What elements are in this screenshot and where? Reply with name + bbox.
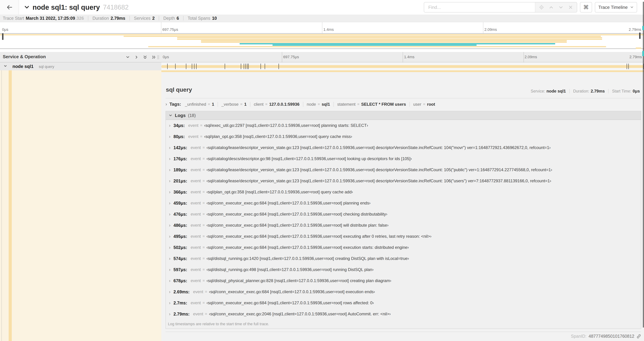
equals-sign: = (202, 223, 205, 227)
log-timestamp: 2.69ms: (174, 289, 190, 294)
column-resizer[interactable] (158, 55, 159, 59)
log-entry[interactable]: ›574μs:event=‹sql/distsql_running.go:142… (166, 253, 641, 264)
expand-one-icon[interactable] (133, 54, 140, 60)
log-entry[interactable]: ›459μs:event=‹sql/conn_executor_exec.go:… (166, 198, 641, 209)
focus-match-icon[interactable] (537, 3, 546, 12)
tag-key: statement (337, 102, 356, 107)
span-log-tick (627, 64, 627, 69)
tag-item[interactable]: user=root (413, 102, 435, 107)
minimap-left-scrubber[interactable] (2, 33, 4, 40)
divider (334, 102, 334, 107)
chevron-right-icon: › (166, 102, 167, 107)
scrollbar[interactable] (643, 2, 644, 327)
span-log-tick (194, 64, 194, 69)
trace-header: node sql1: sql query 7418682 (24, 0, 129, 15)
tag-item[interactable]: client=127.0.0.1:59936 (254, 102, 300, 107)
log-field-key: event (193, 289, 203, 294)
log-entry[interactable]: ›189μs:event=‹sql/catalog/lease/descript… (166, 164, 641, 175)
tag-item[interactable]: _unfinished=1 (185, 102, 214, 107)
equals-sign: = (202, 267, 205, 272)
equals-sign: = (205, 289, 207, 294)
equals-sign: = (202, 179, 205, 183)
chevron-right-icon: › (169, 311, 174, 317)
chevron-down-icon[interactable] (4, 64, 7, 68)
collapse-one-icon[interactable] (125, 54, 131, 60)
log-entry[interactable]: ›597μs:event=‹sql/distsql_running.go:498… (166, 264, 641, 275)
tag-key: _verbose (222, 102, 238, 107)
log-entry[interactable]: ›2.79ms:event=‹sql/conn_executor_exec.go… (166, 308, 641, 319)
expand-all-icon[interactable] (150, 54, 157, 60)
tag-item[interactable]: _verbose=1 (222, 102, 246, 107)
meta-value: node sql1 (546, 89, 566, 94)
log-field-value: ‹sql/distsql_running.go:1420 [nsql1,clie… (206, 256, 409, 261)
span-color-accent (9, 70, 12, 341)
equals-sign: = (202, 145, 205, 150)
log-entry[interactable]: ›2.69ms:event=‹sql/conn_executor_exec.go… (166, 286, 641, 297)
prev-match-icon[interactable] (546, 3, 556, 12)
clear-find-icon[interactable] (566, 3, 576, 12)
log-entry[interactable]: ›201μs:event=‹sql/catalog/lease/descript… (166, 175, 641, 186)
log-field-value: ‹sql/distsql_running.go:498 [nsql1,clien… (206, 267, 374, 272)
span-bar-cell[interactable] (161, 62, 644, 70)
log-timestamp: 486μs: (174, 223, 187, 228)
trace-minimap[interactable] (0, 33, 644, 49)
logs-count: (18) (188, 113, 196, 118)
span-id-row: SpanID: 4877749850101760812 (571, 334, 641, 339)
span-detail-title: sql query (166, 86, 192, 93)
log-field-value: ‹sql/plan_opt.go:358 [nsql1,client=127.0… (204, 134, 352, 139)
span-duration-bar[interactable] (161, 65, 644, 68)
keyboard-shortcuts-button[interactable]: ⌘ (580, 2, 592, 13)
log-field-key: event (190, 167, 201, 172)
minimap-span-bar (177, 39, 602, 40)
log-entry[interactable]: ›34μs:event=‹sql/exec_util.go:2297 [nsql… (166, 120, 641, 131)
span-name-cell[interactable]: node sql1 sql query (0, 62, 161, 70)
log-field-key: event (190, 223, 201, 228)
log-entry[interactable]: ›486μs:event=‹sql/conn_executor_exec.go:… (166, 220, 641, 231)
trace-view-selector[interactable]: Trace Timeline (595, 2, 637, 13)
log-timestamp: 574μs: (174, 256, 187, 261)
span-log-tick (225, 64, 225, 69)
minimap-span-bar (272, 45, 476, 46)
chevron-down-icon[interactable] (24, 5, 30, 10)
stat-value: 2 (152, 16, 154, 21)
stat-label: Total Spans (188, 16, 210, 21)
logs-accordion: Logs (18) ›34μs:event=‹sql/exec_util.go:… (166, 111, 641, 329)
log-entry[interactable]: ›366μs:event=‹sql/plan_opt.go:358 [nsql1… (166, 186, 641, 198)
log-timestamp: 34μs: (174, 123, 185, 128)
log-entry[interactable]: ›142μs:event=‹sql/catalog/lease/descript… (166, 142, 641, 153)
tags-accordion[interactable]: › Tags: _unfinished=1_verbose=1client=12… (166, 102, 435, 107)
log-entry[interactable]: ›2.7ms:event=‹sql/conn_executor_exec.go:… (166, 297, 641, 308)
collapse-all-icon[interactable] (142, 54, 148, 60)
log-timestamp: 678μs: (174, 278, 187, 283)
link-icon[interactable] (636, 334, 641, 339)
log-entry[interactable]: ›502μs:event=‹sql/conn_executor_exec.go:… (166, 242, 641, 253)
log-entry[interactable]: ›80μs:event=‹sql/plan_opt.go:358 [nsql1,… (166, 131, 641, 142)
find-buttons (535, 3, 577, 12)
tag-item[interactable]: statement=SELECT * FROM users (337, 102, 406, 107)
chevron-right-icon: › (169, 189, 174, 195)
divider (303, 102, 303, 107)
log-timestamp: 502μs: (174, 245, 187, 250)
equals-sign: = (202, 168, 205, 172)
tag-key: client (254, 102, 264, 107)
tag-value: 1 (212, 102, 214, 107)
back-button[interactable] (0, 0, 19, 15)
trace-stats: Trace StartMarch 31 2022, 17:25:09.326Du… (0, 15, 644, 22)
minimap-right-scrubber[interactable] (639, 33, 640, 39)
divider (166, 98, 641, 98)
log-entry[interactable]: ›678μs:event=‹sql/distsql_physical_plann… (166, 275, 641, 286)
span-log-tick (246, 64, 246, 69)
span-row[interactable]: node sql1 sql query (0, 62, 644, 70)
tag-item[interactable]: node=sql1 (307, 102, 330, 107)
log-entry[interactable]: ›176μs:event=‹sql/catalog/descs/descript… (166, 153, 641, 164)
log-entry[interactable]: ›476μs:event=‹sql/conn_executor_exec.go:… (166, 209, 641, 220)
logs-header[interactable]: Logs (18) (166, 111, 641, 120)
tag-key: user (413, 102, 421, 107)
next-match-icon[interactable] (556, 3, 566, 12)
divider (570, 89, 570, 93)
span-log-tick (248, 64, 248, 69)
find-input[interactable] (424, 3, 535, 12)
stat-value: 10 (212, 16, 217, 21)
trace-stat: Services2 (134, 16, 155, 21)
log-entry[interactable]: ›495μs:event=‹sql/conn_executor_exec.go:… (166, 231, 641, 242)
